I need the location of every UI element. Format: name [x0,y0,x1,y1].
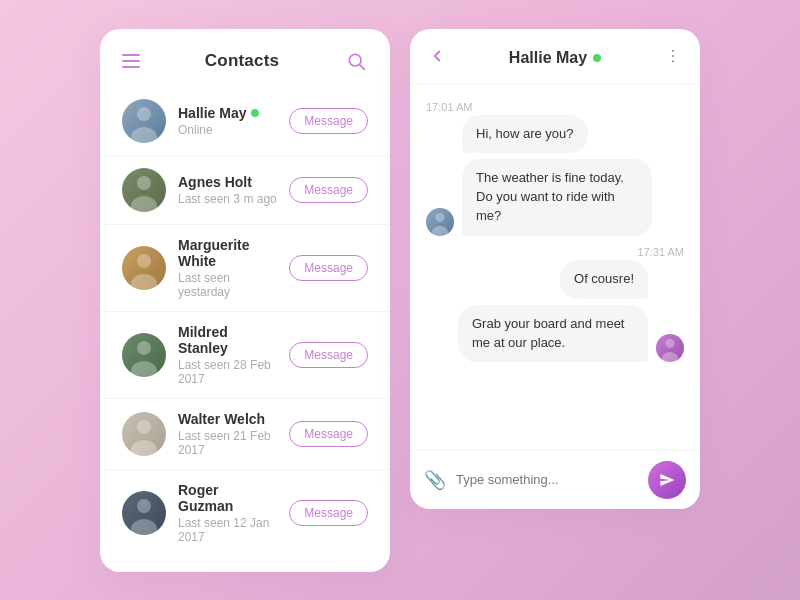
contact-status: Last seen 21 Feb 2017 [178,429,277,457]
list-item: Marguerite White Last seen yestarday Mes… [100,225,390,312]
back-icon [428,47,446,65]
contact-name: Mildred Stanley [178,324,277,356]
avatar [122,333,166,377]
avatar [122,246,166,290]
message-bubble: Hi, how are you? [462,115,588,154]
contact-info: Roger Guzman Last seen 12 Jan 2017 [178,482,277,544]
contacts-panel: Contacts Hallie May Online Message [100,29,390,572]
list-item: Agnes Holt Last seen 3 m ago Message [100,156,390,225]
message-group: 17:31 AM Of cousre! Grab your board and … [426,246,684,363]
search-button[interactable] [344,49,368,73]
sender-avatar [656,334,684,362]
attach-icon[interactable]: 📎 [424,469,446,491]
list-item: Walter Welch Last seen 21 Feb 2017 Messa… [100,399,390,470]
contact-info: Hallie May Online [178,105,277,137]
message-bubble: Of cousre! [560,260,648,299]
send-icon [659,472,675,488]
avatar [122,491,166,535]
list-item: Mildred Stanley Last seen 28 Feb 2017 Me… [100,312,390,399]
contact-status: Last seen yestarday [178,271,277,299]
message-group: 17:01 AM Hi, how are you? The weather is… [426,101,684,236]
contact-info: Agnes Holt Last seen 3 m ago [178,174,277,206]
message-button[interactable]: Message [289,500,368,526]
contact-status: Online [178,123,277,137]
chat-online-indicator [593,54,601,62]
contact-status: Last seen 28 Feb 2017 [178,358,277,386]
chat-panel: Hallie May 17:01 AM Hi, how are you? The… [410,29,700,509]
message-time: 17:01 AM [426,101,472,113]
message-button[interactable]: Message [289,108,368,134]
svg-point-4 [672,60,674,62]
contact-name: Walter Welch [178,411,277,427]
message-button[interactable]: Message [289,177,368,203]
back-button[interactable] [428,47,446,70]
list-item: Hallie May Online Message [100,87,390,156]
contact-info: Marguerite White Last seen yestarday [178,237,277,299]
contact-status: Last seen 12 Jan 2017 [178,516,277,544]
send-button[interactable] [648,461,686,499]
menu-icon[interactable] [122,54,140,68]
contact-name: Agnes Holt [178,174,277,190]
avatar [122,412,166,456]
more-options-button[interactable] [664,47,682,70]
message-button[interactable]: Message [289,255,368,281]
message-bubble: Grab your board and meet me at our place… [458,305,648,363]
contacts-title: Contacts [205,51,279,71]
message-button[interactable]: Message [289,421,368,447]
svg-point-2 [672,49,674,51]
list-item: Roger Guzman Last seen 12 Jan 2017 Messa… [100,470,390,556]
chat-title: Hallie May [509,49,601,67]
chat-header: Hallie May [410,29,700,85]
svg-point-3 [672,54,674,56]
contact-name: Roger Guzman [178,482,277,514]
contacts-header: Contacts [100,29,390,87]
chat-messages: 17:01 AM Hi, how are you? The weather is… [410,85,700,450]
sender-avatar [426,208,454,236]
search-icon [346,51,366,71]
avatar [122,168,166,212]
svg-point-0 [349,54,361,66]
contact-info: Mildred Stanley Last seen 28 Feb 2017 [178,324,277,386]
svg-line-1 [360,65,364,69]
message-bubble: The weather is fine today. Do you want t… [462,159,652,236]
chat-input[interactable] [456,472,638,487]
contact-list: Hallie May Online Message Agnes Holt Las… [100,87,390,556]
chat-input-area: 📎 [410,450,700,509]
more-icon [664,47,682,65]
message-time: 17:31 AM [638,246,684,258]
contact-name: Marguerite White [178,237,277,269]
avatar [122,99,166,143]
online-indicator [251,109,259,117]
contact-info: Walter Welch Last seen 21 Feb 2017 [178,411,277,457]
contact-name: Hallie May [178,105,277,121]
contact-status: Last seen 3 m ago [178,192,277,206]
message-row: Hi, how are you? The weather is fine tod… [426,115,652,236]
message-row: Of cousre! Grab your board and meet me a… [458,260,684,363]
message-button[interactable]: Message [289,342,368,368]
